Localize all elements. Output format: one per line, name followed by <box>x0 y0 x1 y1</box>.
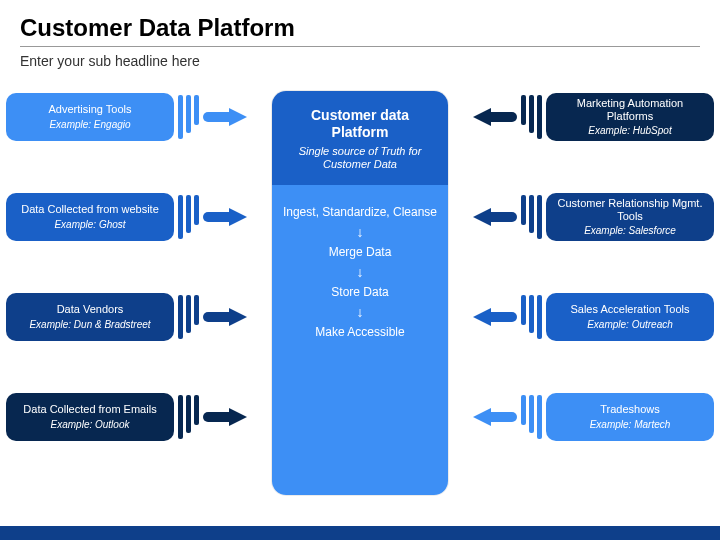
arrow-right-icon <box>203 208 247 226</box>
left-item-2: Data Vendors Example: Dun & Bradstreet <box>6 293 247 341</box>
left-title-2: Data Vendors <box>57 303 124 316</box>
right-item-3: Tradeshows Example: Martech <box>473 393 714 441</box>
right-label-1: Customer Relationship Mgmt. Tools Exampl… <box>546 193 714 241</box>
bars-icon <box>521 195 542 239</box>
right-example-1: Example: Salesforce <box>584 225 676 237</box>
right-example-3: Example: Martech <box>590 419 671 431</box>
center-step-2: Store Data <box>282 285 438 299</box>
right-example-0: Example: HubSpot <box>588 125 671 137</box>
bars-icon <box>178 95 199 139</box>
center-title: Customer data Platform <box>284 107 436 141</box>
page-title: Customer Data Platform <box>20 14 700 42</box>
right-item-0: Marketing Automation Platforms Example: … <box>473 93 714 141</box>
center-subtitle: Single source of Truth for Customer Data <box>284 145 436 171</box>
right-label-2: Sales Acceleration Tools Example: Outrea… <box>546 293 714 341</box>
arrow-right-icon <box>203 108 247 126</box>
arrow-left-icon <box>473 208 517 226</box>
center-step-0: Ingest, Standardize, Cleanse <box>282 205 438 219</box>
bars-icon <box>178 395 199 439</box>
center-header: Customer data Platform Single source of … <box>272 91 448 185</box>
right-title-2: Sales Acceleration Tools <box>570 303 689 316</box>
left-title-0: Advertising Tools <box>49 103 132 116</box>
left-title-3: Data Collected from Emails <box>23 403 156 416</box>
arrow-right-icon <box>203 308 247 326</box>
left-example-0: Example: Engagio <box>49 119 130 131</box>
arrow-left-icon <box>473 108 517 126</box>
center-step-1: Merge Data <box>282 245 438 259</box>
right-label-3: Tradeshows Example: Martech <box>546 393 714 441</box>
left-item-1: Data Collected from website Example: Gho… <box>6 193 247 241</box>
left-label-2: Data Vendors Example: Dun & Bradstreet <box>6 293 174 341</box>
center-panel: Customer data Platform Single source of … <box>272 91 448 495</box>
right-item-2: Sales Acceleration Tools Example: Outrea… <box>473 293 714 341</box>
right-title-3: Tradeshows <box>600 403 660 416</box>
page-subtitle[interactable]: Enter your sub headline here <box>20 53 700 69</box>
right-title-0: Marketing Automation Platforms <box>554 97 706 123</box>
diagram-stage: Advertising Tools Example: Engagio Data … <box>0 83 720 523</box>
down-arrow-icon: ↓ <box>282 225 438 239</box>
left-title-1: Data Collected from website <box>21 203 159 216</box>
right-label-0: Marketing Automation Platforms Example: … <box>546 93 714 141</box>
center-body: Ingest, Standardize, Cleanse ↓ Merge Dat… <box>272 185 448 495</box>
left-label-1: Data Collected from website Example: Gho… <box>6 193 174 241</box>
arrow-left-icon <box>473 308 517 326</box>
bars-icon <box>178 295 199 339</box>
right-item-1: Customer Relationship Mgmt. Tools Exampl… <box>473 193 714 241</box>
right-example-2: Example: Outreach <box>587 319 673 331</box>
footer-bar <box>0 526 720 540</box>
left-item-3: Data Collected from Emails Example: Outl… <box>6 393 247 441</box>
arrow-left-icon <box>473 408 517 426</box>
divider <box>20 46 700 47</box>
arrow-right-icon <box>203 408 247 426</box>
left-example-1: Example: Ghost <box>54 219 125 231</box>
right-title-1: Customer Relationship Mgmt. Tools <box>554 197 706 223</box>
left-label-3: Data Collected from Emails Example: Outl… <box>6 393 174 441</box>
left-label-0: Advertising Tools Example: Engagio <box>6 93 174 141</box>
bars-icon <box>178 195 199 239</box>
down-arrow-icon: ↓ <box>282 265 438 279</box>
left-example-3: Example: Outlook <box>51 419 130 431</box>
left-example-2: Example: Dun & Bradstreet <box>29 319 150 331</box>
center-step-3: Make Accessible <box>282 325 438 339</box>
bars-icon <box>521 395 542 439</box>
left-item-0: Advertising Tools Example: Engagio <box>6 93 247 141</box>
down-arrow-icon: ↓ <box>282 305 438 319</box>
bars-icon <box>521 95 542 139</box>
bars-icon <box>521 295 542 339</box>
